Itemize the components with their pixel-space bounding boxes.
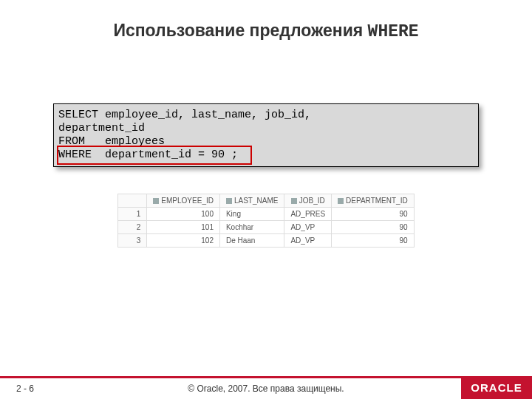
cell-department-id: 90 bbox=[332, 221, 415, 234]
sql-code-box: SELECT employee_id, last_name, job_id, d… bbox=[53, 103, 479, 167]
column-type-icon bbox=[226, 198, 232, 204]
cell-department-id: 90 bbox=[332, 234, 415, 248]
column-type-icon bbox=[153, 198, 159, 204]
sql-line-2: department_id bbox=[58, 122, 145, 134]
sql-line-4: WHERE department_id = 90 ; bbox=[58, 149, 238, 161]
title-text: Использование предложения bbox=[113, 21, 367, 40]
result-table: EMPLOYEE_ID LAST_NAME JOB_ID DEPARTMENT_… bbox=[117, 194, 414, 248]
cell-employee-id: 101 bbox=[147, 221, 220, 234]
row-number: 1 bbox=[118, 208, 147, 221]
table-row: 1 100 King AD_PRES 90 bbox=[118, 208, 414, 221]
cell-job-id: AD_PRES bbox=[284, 208, 332, 221]
cell-last-name: De Haan bbox=[219, 234, 284, 248]
col-employee-id: EMPLOYEE_ID bbox=[147, 194, 220, 208]
slide-title: Использование предложения WHERE bbox=[0, 0, 532, 41]
column-type-icon bbox=[291, 198, 297, 204]
cell-employee-id: 102 bbox=[147, 234, 220, 248]
table-row: 3 102 De Haan AD_VP 90 bbox=[118, 234, 414, 248]
cell-last-name: Kochhar bbox=[219, 221, 284, 234]
col-job-id: JOB_ID bbox=[284, 194, 332, 208]
row-number: 3 bbox=[118, 234, 147, 248]
cell-department-id: 90 bbox=[332, 208, 415, 221]
table-row: 2 101 Kochhar AD_VP 90 bbox=[118, 221, 414, 234]
cell-last-name: King bbox=[219, 208, 284, 221]
row-number: 2 bbox=[118, 221, 147, 234]
title-code: WHERE bbox=[368, 22, 419, 41]
cell-job-id: AD_VP bbox=[284, 221, 332, 234]
oracle-logo: ORACLE bbox=[461, 376, 532, 399]
col-department-id: DEPARTMENT_ID bbox=[332, 194, 415, 208]
col-last-name: LAST_NAME bbox=[219, 194, 284, 208]
sql-line-3: FROM employees bbox=[58, 135, 165, 148]
corner-cell bbox=[118, 194, 147, 208]
copyright-text: © Oracle, 2007. Все права защищены. bbox=[188, 383, 344, 394]
cell-employee-id: 100 bbox=[147, 208, 220, 221]
cell-job-id: AD_VP bbox=[284, 234, 332, 248]
column-type-icon bbox=[338, 198, 344, 204]
page-number: 2 - 6 bbox=[16, 383, 34, 394]
table-header-row: EMPLOYEE_ID LAST_NAME JOB_ID DEPARTMENT_… bbox=[118, 194, 414, 208]
sql-line-1: SELECT employee_id, last_name, job_id, bbox=[58, 109, 311, 121]
footer-bar: 2 - 6 © Oracle, 2007. Все права защищены… bbox=[0, 376, 532, 399]
